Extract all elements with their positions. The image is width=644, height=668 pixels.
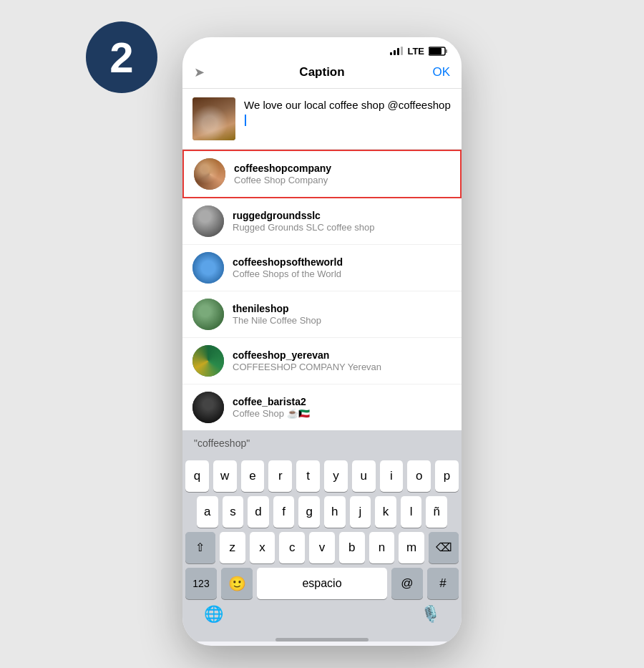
space-key[interactable]: espacio [257,568,387,599]
nav-title: Caption [299,65,344,79]
shift-key[interactable]: ⇧ [185,532,215,563]
key-o[interactable]: o [407,460,431,492]
caption-area: We love our local coffee shop @coffeesho… [182,89,462,150]
avatar-3 [192,299,224,330]
suggestion-username-0: coffeeshopcompany [234,163,450,174]
key-p[interactable]: p [435,460,459,492]
caption-text: We love our local coffee shop @coffeesho… [244,99,451,111]
svg-rect-5 [429,48,441,54]
avatar-2 [192,252,224,284]
suggestion-info-1: ruggedgroundsslc Rugged Grounds SLC coff… [233,210,452,233]
key-t[interactable]: t [296,460,320,492]
suggestion-item-1[interactable]: ruggedgroundsslc Rugged Grounds SLC coff… [182,198,462,245]
suggestion-username-4: coffeeshop_yerevan [233,349,452,361]
suggestion-item-2[interactable]: coffeeshopsoftheworld Coffee Shops of th… [182,245,462,291]
key-c[interactable]: c [279,532,305,563]
suggestion-info-4: coffeeshop_yerevan COFFEESHOP COMPANY Ye… [233,349,452,372]
avatar-1 [192,205,224,237]
keyboard-row-3: ⇧ z x c v b n m ⌫ [182,528,462,563]
lte-label: LTE [407,46,424,57]
keyboard[interactable]: q w e r t y u i o p a s d f g h j k l ñ … [182,456,462,642]
step-badge: 2 [86,21,157,93]
text-cursor [245,115,246,126]
emoji-key[interactable]: 🙂 [221,568,253,599]
phone-frame: LTE ➤ Caption OK We love our local coffe… [182,37,462,646]
suggestion-username-3: thenileshop [233,303,452,314]
key-z[interactable]: z [220,532,245,563]
key-d[interactable]: d [248,496,269,528]
backspace-key[interactable]: ⌫ [429,532,459,563]
location-icon: ➤ [194,64,205,80]
svg-rect-2 [397,48,399,55]
suggestion-username-5: coffee_barista2 [233,396,452,407]
signal-icon [390,47,403,55]
svg-rect-6 [446,49,448,53]
key-x[interactable]: x [250,532,275,563]
avatar-4 [192,345,224,377]
mic-icon[interactable]: 🎙️ [421,605,440,624]
search-hint: "coffeeshop" [182,430,462,456]
key-s[interactable]: s [223,496,244,528]
suggestions-list: coffeeshopcompany Coffee Shop Company ru… [182,150,462,430]
keyboard-row-2: a s d f g h j k l ñ [182,492,462,528]
keyboard-system-row: 🌐 🎙️ [182,599,462,632]
caption-input[interactable]: We love our local coffee shop @coffeesho… [244,97,452,127]
status-bar: LTE [182,37,462,59]
hash-label: # [439,576,446,591]
at-key[interactable]: @ [391,568,423,599]
ok-button[interactable]: OK [432,65,450,79]
suggestion-fullname-1: Rugged Grounds SLC coffee shop [233,222,452,233]
hash-key[interactable]: # [427,568,459,599]
key-f[interactable]: f [273,496,295,528]
key-u[interactable]: u [352,460,376,492]
key-123[interactable]: 123 [185,568,217,599]
nav-bar: ➤ Caption OK [182,59,462,89]
suggestion-item-3[interactable]: thenileshop The Nile Coffee Shop [182,291,462,338]
key-q[interactable]: q [185,460,209,492]
svg-rect-1 [394,50,396,55]
num-label: 123 [192,578,209,589]
key-b[interactable]: b [339,532,365,563]
key-k[interactable]: k [375,496,396,528]
keyboard-row-1: q w e r t y u i o p [182,456,462,492]
key-r[interactable]: r [268,460,292,492]
suggestion-username-1: ruggedgroundsslc [233,210,452,221]
avatar-5 [192,392,224,423]
svg-rect-0 [390,52,392,55]
key-v[interactable]: v [309,532,335,563]
key-n[interactable]: n [369,532,395,563]
avatar-0 [194,158,225,190]
key-y[interactable]: y [324,460,348,492]
at-label: @ [401,576,413,591]
key-n-tilde[interactable]: ñ [426,496,447,528]
key-l[interactable]: l [401,496,422,528]
home-indicator [275,638,369,642]
suggestion-fullname-4: COFFEESHOP COMPANY Yerevan [233,362,452,372]
suggestion-info-2: coffeeshopsoftheworld Coffee Shops of th… [233,256,452,279]
key-e[interactable]: e [241,460,265,492]
battery-icon [429,47,447,56]
key-m[interactable]: m [399,532,424,563]
search-hint-text: "coffeeshop" [194,437,250,449]
key-j[interactable]: j [350,496,371,528]
suggestion-fullname-2: Coffee Shops of the World [233,268,452,279]
suggestion-item-4[interactable]: coffeeshop_yerevan COFFEESHOP COMPANY Ye… [182,338,462,384]
globe-icon[interactable]: 🌐 [204,605,223,624]
key-w[interactable]: w [213,460,237,492]
suggestion-fullname-0: Coffee Shop Company [234,175,450,185]
keyboard-row-bottom: 123 🙂 espacio @ # [182,563,462,599]
step-number: 2 [109,33,133,82]
key-a[interactable]: a [197,496,218,528]
key-i[interactable]: i [380,460,404,492]
key-g[interactable]: g [298,496,320,528]
suggestion-fullname-3: The Nile Coffee Shop [233,315,452,326]
svg-rect-3 [401,47,403,55]
key-h[interactable]: h [324,496,346,528]
suggestion-username-2: coffeeshopsoftheworld [233,256,452,268]
suggestion-fullname-5: Coffee Shop ☕🇰🇼 [233,408,452,419]
space-label: espacio [302,577,341,590]
suggestion-item-5[interactable]: coffee_barista2 Coffee Shop ☕🇰🇼 [182,384,462,430]
suggestion-info-3: thenileshop The Nile Coffee Shop [233,303,452,326]
suggestion-info-0: coffeeshopcompany Coffee Shop Company [234,163,450,185]
suggestion-item-0[interactable]: coffeeshopcompany Coffee Shop Company [182,150,462,198]
